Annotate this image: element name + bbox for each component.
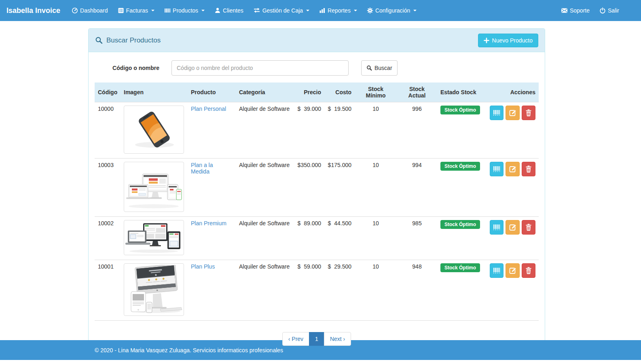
- pagination-next-button[interactable]: Next ›: [324, 332, 351, 346]
- row-actions: [490, 220, 535, 235]
- power-icon: [599, 7, 606, 14]
- edit-product-button[interactable]: [506, 263, 519, 278]
- search-field-label: Código o nombre: [95, 65, 159, 71]
- barcode-icon: [493, 165, 501, 173]
- products-table: CódigoImagenProductoCategoríaPrecioCosto…: [95, 83, 539, 321]
- edit-product-button[interactable]: [506, 162, 519, 176]
- column-header-producto: Producto: [188, 83, 236, 102]
- delete-product-button[interactable]: [522, 106, 535, 120]
- invoices-icon: [118, 7, 124, 14]
- product-cost: $ 29.500: [324, 260, 355, 321]
- product-image-imac-desktop: [124, 263, 184, 316]
- nav-item-gestion-de-caja[interactable]: Gestión de Caja: [248, 0, 314, 21]
- product-name-link[interactable]: Plan a la Medida: [191, 162, 213, 175]
- pagination-page-1[interactable]: 1: [309, 332, 324, 346]
- product-stock-actual: 948: [397, 260, 437, 321]
- nav-item-label: Productos: [173, 7, 198, 14]
- nav-item-label: Soporte: [570, 7, 590, 14]
- new-product-button[interactable]: Nuevo Producto: [478, 34, 538, 47]
- edit-pencil-icon: [509, 267, 517, 275]
- search-button[interactable]: Buscar: [361, 60, 398, 76]
- product-category: Alquiler de Software: [236, 159, 294, 217]
- product-stock-min: 10: [355, 260, 397, 321]
- chevron-down-icon: [306, 10, 309, 11]
- barcode-icon: [493, 223, 501, 231]
- search-icon: [95, 36, 103, 44]
- row-actions: [490, 263, 535, 278]
- product-price: $350.000: [294, 159, 324, 217]
- edit-product-button[interactable]: [506, 220, 519, 235]
- table-header-row: CódigoImagenProductoCategoríaPrecioCosto…: [95, 83, 539, 102]
- trash-icon: [525, 267, 532, 275]
- product-stock-actual: 994: [397, 159, 437, 217]
- product-stock-min: 10: [355, 102, 397, 159]
- top-navbar: Isabella Invoice DashboardFacturasProduc…: [0, 0, 641, 21]
- barcode-icon: [493, 109, 501, 117]
- edit-pencil-icon: [509, 109, 517, 117]
- product-row-10000: 10000Plan PersonalAlquiler de Software$ …: [95, 102, 539, 159]
- nav-item-label: Reportes: [328, 7, 351, 14]
- view-barcode-button[interactable]: [490, 106, 503, 120]
- product-cost: $ 19.500: [324, 102, 355, 159]
- view-barcode-button[interactable]: [490, 263, 503, 278]
- view-barcode-button[interactable]: [490, 162, 503, 176]
- row-actions: [490, 106, 535, 120]
- product-price: $ 39.000: [294, 102, 324, 159]
- product-image-responsive-devices: [124, 162, 184, 212]
- dashboard-icon: [72, 7, 78, 14]
- nav-item-facturas[interactable]: Facturas: [113, 0, 159, 21]
- column-header-stock-minimo: Stock Mínimo: [355, 83, 397, 102]
- column-header-stock-actual: Stock Actual: [397, 83, 437, 102]
- product-stock-min: 10: [355, 217, 397, 260]
- gear-icon: [367, 7, 373, 14]
- view-barcode-button[interactable]: [490, 220, 503, 235]
- nav-item-label: Facturas: [126, 7, 148, 14]
- search-form: Código o nombre Buscar: [95, 60, 539, 76]
- user-icon: [214, 7, 221, 14]
- nav-item-reportes[interactable]: Reportes: [314, 0, 362, 21]
- stock-status-badge: Stock Óptimo: [440, 162, 480, 171]
- column-header-acciones: Acciones: [487, 83, 539, 102]
- product-cost: $ 44.500: [324, 217, 355, 260]
- trash-icon: [525, 109, 532, 117]
- plus-icon: [484, 38, 489, 43]
- edit-product-button[interactable]: [506, 106, 519, 120]
- stock-status-badge: Stock Óptimo: [440, 106, 480, 114]
- chevron-down-icon: [413, 10, 417, 11]
- nav-item-clientes[interactable]: Clientes: [209, 0, 248, 21]
- product-name-link[interactable]: Plan Premium: [191, 220, 226, 226]
- delete-product-button[interactable]: [522, 162, 535, 176]
- brand-logo[interactable]: Isabella Invoice: [6, 6, 60, 15]
- delete-product-button[interactable]: [522, 263, 535, 278]
- nav-item-soporte[interactable]: Soporte: [556, 0, 594, 21]
- product-name-link[interactable]: Plan Plus: [191, 263, 215, 270]
- nav-item-label: Dashboard: [80, 7, 108, 14]
- column-header-categoria: Categoría: [236, 83, 294, 102]
- product-stock-actual: 985: [397, 217, 437, 260]
- product-stock-min: 10: [355, 159, 397, 217]
- main-content: Buscar Productos Nuevo Producto Código o…: [0, 21, 641, 340]
- column-header-estado-stock: Estado Stock: [437, 83, 487, 102]
- pagination-prev-button[interactable]: ‹ Prev: [282, 332, 309, 346]
- trash-icon: [525, 223, 532, 231]
- nav-item-dashboard[interactable]: Dashboard: [67, 0, 113, 21]
- product-price: $ 89.000: [294, 217, 324, 260]
- panel-title: Buscar Productos: [106, 36, 161, 44]
- nav-item-salir[interactable]: Salir: [594, 0, 624, 21]
- stock-status-badge: Stock Óptimo: [440, 220, 480, 229]
- panel-body: Código o nombre Buscar C: [89, 52, 545, 352]
- panel-heading: Buscar Productos Nuevo Producto: [89, 29, 545, 52]
- chevron-down-icon: [151, 10, 154, 11]
- barcode-icon: [164, 7, 171, 14]
- nav-item-configuracion[interactable]: Configuración: [362, 0, 421, 21]
- column-header-costo: Costo: [324, 83, 355, 102]
- nav-item-productos[interactable]: Productos: [159, 0, 209, 21]
- chevron-down-icon: [201, 10, 205, 11]
- search-input[interactable]: [171, 60, 349, 76]
- product-row-10001: 10001Plan PlusAlquiler de Software$ 59.0…: [95, 260, 539, 321]
- barcode-icon: [493, 267, 501, 275]
- edit-pencil-icon: [509, 223, 517, 231]
- product-name-link[interactable]: Plan Personal: [191, 106, 226, 112]
- delete-product-button[interactable]: [522, 220, 535, 235]
- chevron-down-icon: [354, 10, 357, 11]
